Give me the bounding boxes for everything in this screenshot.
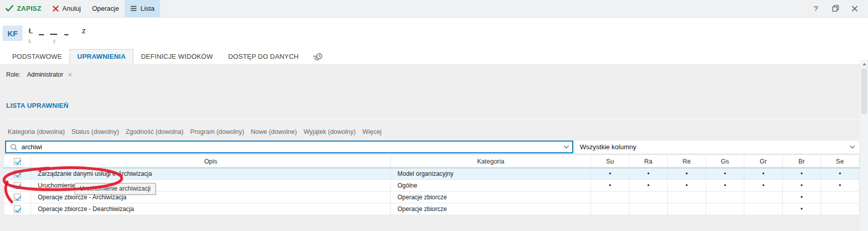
perm-dot: • [821, 168, 859, 179]
list-label: Lista [140, 5, 154, 12]
perm-dot: • [668, 168, 706, 179]
user-name: Łz [29, 26, 131, 36]
tab-uprawnienia[interactable]: UPRAWNIENIA [69, 49, 133, 64]
user-subtitle: Łz [29, 38, 56, 44]
perm-dot: • [783, 168, 821, 179]
tab-definicje-widokow[interactable]: DEFINICJE WIDOKÓW [133, 49, 221, 64]
col-header-su[interactable]: Su [591, 155, 629, 168]
perm-dot [821, 203, 859, 215]
change-history-icon[interactable] [307, 49, 329, 64]
perm-dot [629, 192, 668, 203]
search-dropdown-chevron-icon[interactable] [564, 144, 569, 149]
filter-row: Kategoria (dowolna) Status (dowolny) Zgo… [8, 128, 382, 135]
filter-wyjatek[interactable]: Wyjątek (dowolny) [303, 128, 356, 135]
table-row[interactable]: Operacje zbiorcze - Dearchiwizacja Opera… [4, 203, 859, 215]
perm-dot: • [744, 180, 783, 191]
role-label: Role: [6, 71, 20, 78]
perm-dot: • [783, 192, 821, 203]
row-checkbox[interactable] [14, 194, 21, 201]
perm-dot [744, 203, 783, 215]
perm-dot: • [591, 168, 629, 179]
role-row: Role: Administrator × [6, 71, 72, 78]
cell-opis: Operacje zbiorcze - Dearchiwizacja [31, 203, 391, 215]
scrollbar-thumb[interactable] [861, 69, 867, 114]
close-icon [852, 6, 858, 12]
subtitle-start: Ł [29, 38, 32, 44]
role-value[interactable]: Administrator [27, 71, 63, 78]
name-end: z [82, 26, 86, 35]
table-header-row: Opis Kategoria Su Ra Re Gs Gr Br Se [4, 154, 859, 168]
col-header-se[interactable]: Se [821, 155, 859, 168]
window-buttons: ? [810, 3, 868, 15]
perm-dot [744, 192, 783, 203]
perm-dot [668, 192, 706, 203]
col-header-gs[interactable]: Gs [706, 155, 744, 168]
col-header-gr[interactable]: Gr [744, 155, 783, 168]
perm-dot: • [591, 180, 629, 191]
columns-dropdown[interactable]: Wszystkie kolumny [575, 141, 859, 153]
search-input[interactable] [21, 143, 565, 151]
filter-program[interactable]: Program (dowolny) [190, 128, 244, 135]
row-checkbox[interactable] [14, 182, 21, 189]
perm-dot [591, 203, 629, 215]
vertical-scrollbar[interactable] [860, 60, 868, 231]
toolbar: ZAPISZ Anuluj Operacje Lista ? [0, 0, 868, 17]
row-checkbox[interactable] [14, 170, 21, 177]
save-label: ZAPISZ [17, 5, 41, 12]
perm-dot: • [744, 168, 783, 179]
tooltip: Uruchomienie archiwizacji [75, 183, 156, 195]
chevron-down-icon [850, 144, 855, 149]
col-header-opis[interactable]: Opis [31, 155, 391, 168]
perm-dot: • [783, 203, 821, 215]
cell-opis: Zarządzanie danymi usługi e-Archiwizacja [31, 168, 391, 179]
hamburger-icon [130, 6, 137, 11]
perm-dot: • [706, 180, 744, 191]
restore-icon [832, 5, 839, 12]
filter-status[interactable]: Status (dowolny) [72, 128, 119, 135]
perm-dot [629, 203, 668, 215]
perm-dot: • [668, 180, 706, 191]
record-header: KF Łz Łz [0, 18, 868, 49]
perm-dot: • [821, 180, 859, 191]
subtitle-end: z [53, 38, 56, 44]
col-header-br[interactable]: Br [783, 155, 821, 168]
perm-dot: • [706, 168, 744, 179]
section-title: LISTA UPRAWNIEŃ [6, 102, 68, 109]
perm-dot: • [629, 168, 668, 179]
close-button[interactable] [849, 3, 861, 15]
save-button[interactable]: ZAPISZ [0, 0, 47, 17]
x-icon [53, 6, 59, 12]
col-header-ra[interactable]: Ra [629, 155, 668, 168]
cell-kategoria: Operacje zbiorcze [391, 192, 591, 203]
select-all-cell [4, 155, 31, 168]
scrollbar-up-icon[interactable] [860, 60, 868, 68]
restore-button[interactable] [829, 3, 841, 15]
search-icon [10, 144, 17, 151]
list-button[interactable]: Lista [125, 0, 160, 17]
cell-kategoria: Model organizacyjny [391, 168, 591, 179]
perm-dot [821, 192, 859, 203]
tab-podstawowe[interactable]: PODSTAWOWE [5, 49, 69, 64]
table-row[interactable]: Zarządzanie danymi usługi e-Archiwizacja… [4, 168, 859, 180]
col-header-re[interactable]: Re [668, 155, 706, 168]
perm-dot [591, 192, 629, 203]
cell-kategoria: Operacje zbiorcze [391, 203, 591, 215]
check-icon [6, 5, 13, 12]
filter-nowe[interactable]: Nowe (dowolne) [251, 128, 297, 135]
remove-role-icon[interactable]: × [68, 72, 73, 78]
row-checkbox[interactable] [14, 205, 21, 213]
perm-dot [668, 203, 706, 215]
tab-dostep-do-danych[interactable]: DOSTĘP DO DANYCH [221, 49, 307, 64]
select-all-checkbox[interactable] [14, 158, 21, 165]
cell-kategoria: Ogólne [391, 180, 591, 191]
help-button[interactable]: ? [810, 3, 822, 15]
col-header-kategoria[interactable]: Kategoria [391, 155, 591, 168]
filter-wiecej[interactable]: Więcej [362, 128, 382, 135]
operations-button[interactable]: Operacje [86, 0, 125, 17]
permissions-editor-window: ZAPISZ Anuluj Operacje Lista ? KF Łz [0, 0, 868, 231]
cancel-button[interactable]: Anuluj [47, 0, 86, 17]
columns-dropdown-value: Wszystkie kolumny [580, 143, 851, 151]
filter-kategoria[interactable]: Kategoria (dowolna) [8, 128, 65, 135]
perm-dot [706, 203, 744, 215]
filter-zgodnosc[interactable]: Zgodność (dowolna) [126, 128, 183, 135]
